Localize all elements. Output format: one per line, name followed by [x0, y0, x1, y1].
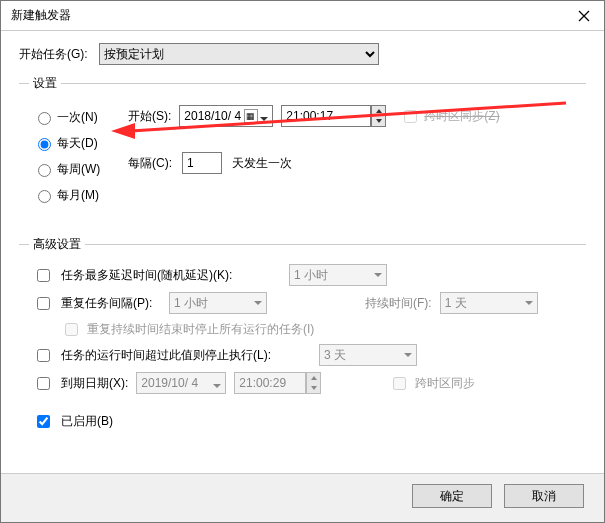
- repeat-stop-sub-label: 重复持续时间结束时停止所有运行的任务(I): [87, 321, 314, 338]
- delay-combo[interactable]: 1 小时: [289, 264, 387, 286]
- chevron-down-icon: [525, 299, 533, 307]
- repeat-combo[interactable]: 1 小时: [169, 292, 267, 314]
- start-timesync-checkbox[interactable]: [404, 110, 417, 123]
- window-title: 新建触发器: [1, 7, 71, 24]
- repeat-stop-sub-checkbox: [65, 323, 78, 336]
- start-time-input[interactable]: 21:00:17: [281, 105, 371, 127]
- freq-weekly-label: 每周(W): [57, 161, 100, 178]
- expire-timesync-checkbox: [393, 377, 406, 390]
- chevron-down-icon: [374, 271, 382, 279]
- settings-group: 设置 一次(N) 每天(D) 每周(W) 每月(M) 开始(S): 2018/1…: [19, 75, 586, 222]
- stop-after-combo[interactable]: 3 天: [319, 344, 417, 366]
- start-time-value: 21:00:17: [286, 109, 333, 123]
- expire-time-spinner[interactable]: [306, 372, 321, 394]
- start-date-input[interactable]: 2018/10/ 4 ▦: [179, 105, 273, 127]
- delay-label: 任务最多延迟时间(随机延迟)(K):: [61, 267, 281, 284]
- expire-timesync-label: 跨时区同步: [415, 375, 475, 392]
- freq-once-radio[interactable]: [38, 112, 51, 125]
- trigger-dialog: 新建触发器 开始任务(G): 按预定计划 设置 一次(N) 每天(D) 每周(W…: [0, 0, 605, 523]
- chevron-down-icon: [254, 299, 262, 307]
- interval-suffix: 天发生一次: [232, 155, 292, 172]
- freq-weekly-radio[interactable]: [38, 164, 51, 177]
- freq-daily-label: 每天(D): [57, 135, 98, 152]
- enabled-checkbox[interactable]: [37, 415, 50, 428]
- advanced-group: 高级设置 任务最多延迟时间(随机延迟)(K): 1 小时 重复任务间隔(P): …: [19, 236, 586, 449]
- dropdown-icon: [213, 379, 221, 387]
- expire-time-input[interactable]: 21:00:29: [234, 372, 306, 394]
- dropdown-icon: [260, 112, 268, 120]
- duration-combo[interactable]: 1 天: [440, 292, 538, 314]
- start-date-value: 2018/10/ 4: [184, 109, 241, 123]
- freq-monthly-label: 每月(M): [57, 187, 99, 204]
- freq-daily-radio[interactable]: [38, 138, 51, 151]
- spin-down-icon: [372, 116, 385, 126]
- begin-task-label: 开始任务(G):: [19, 46, 99, 63]
- repeat-label: 重复任务间隔(P):: [61, 295, 161, 312]
- start-timesync-label: 跨时区同步(Z): [424, 108, 499, 125]
- begin-task-select[interactable]: 按预定计划: [99, 43, 379, 65]
- button-bar: 确定 取消: [1, 473, 604, 522]
- time-spinner[interactable]: [371, 105, 386, 127]
- advanced-legend: 高级设置: [29, 236, 85, 253]
- dialog-body: 开始任务(G): 按预定计划 设置 一次(N) 每天(D) 每周(W) 每月(M…: [1, 31, 604, 473]
- chevron-down-icon: [404, 351, 412, 359]
- expire-date-input[interactable]: 2019/10/ 4: [136, 372, 226, 394]
- freq-monthly-radio[interactable]: [38, 190, 51, 203]
- cancel-button[interactable]: 取消: [504, 484, 584, 508]
- calendar-icon: ▦: [244, 109, 258, 123]
- stop-after-label: 任务的运行时间超过此值则停止执行(L):: [61, 347, 311, 364]
- interval-input[interactable]: [182, 152, 222, 174]
- repeat-checkbox[interactable]: [37, 297, 50, 310]
- spin-up-icon: [372, 106, 385, 116]
- settings-legend: 设置: [29, 75, 61, 92]
- start-label: 开始(S):: [128, 108, 171, 125]
- expire-label: 到期日期(X):: [61, 375, 128, 392]
- stop-after-checkbox[interactable]: [37, 349, 50, 362]
- interval-label: 每隔(C):: [128, 155, 172, 172]
- titlebar: 新建触发器: [1, 1, 604, 31]
- freq-once-label: 一次(N): [57, 109, 98, 126]
- enabled-label: 已启用(B): [61, 413, 113, 430]
- close-button[interactable]: [564, 1, 604, 30]
- expire-checkbox[interactable]: [37, 377, 50, 390]
- duration-label: 持续时间(F):: [365, 295, 432, 312]
- close-icon: [578, 10, 590, 22]
- delay-checkbox[interactable]: [37, 269, 50, 282]
- ok-button[interactable]: 确定: [412, 484, 492, 508]
